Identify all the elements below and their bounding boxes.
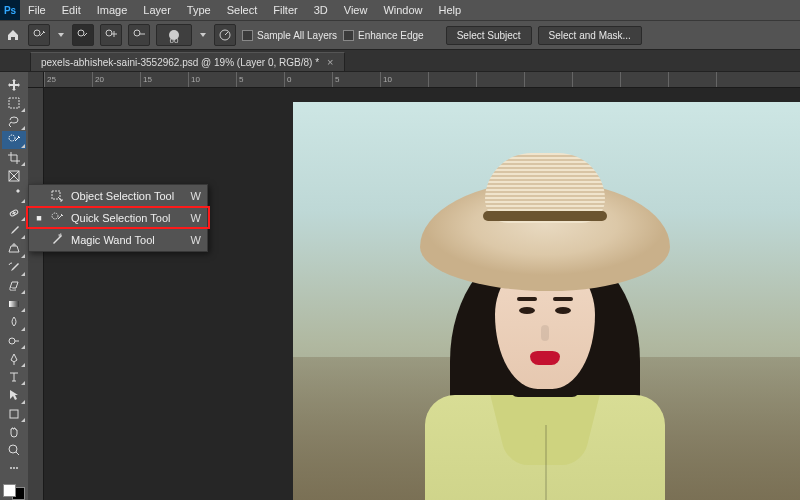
- new-selection-button[interactable]: [72, 24, 94, 46]
- document-tabs: pexels-abhishek-saini-3552962.psd @ 19% …: [0, 50, 800, 72]
- svg-point-17: [52, 213, 58, 219]
- svg-point-3: [134, 30, 140, 36]
- svg-rect-9: [9, 301, 19, 307]
- select-and-mask-button[interactable]: Select and Mask...: [538, 26, 642, 45]
- menu-filter[interactable]: Filter: [265, 0, 305, 20]
- svg-rect-5: [9, 98, 19, 108]
- svg-point-1: [78, 30, 84, 36]
- flyout-item-object-selection[interactable]: Object Selection Tool W: [29, 185, 207, 207]
- tool-clone-stamp[interactable]: [2, 240, 26, 258]
- svg-point-2: [106, 30, 112, 36]
- canvas[interactable]: [293, 102, 800, 500]
- menu-type[interactable]: Type: [179, 0, 219, 20]
- toolbar: [0, 72, 28, 500]
- tool-lasso[interactable]: [2, 113, 26, 131]
- brush-picker[interactable]: 60: [156, 24, 192, 46]
- app-logo[interactable]: Ps: [0, 0, 20, 20]
- tool-flyout: Object Selection Tool W ■ Quick Selectio…: [28, 184, 208, 252]
- canvas-area: 2520151050510: [28, 72, 800, 500]
- tab-title: pexels-abhishek-saini-3552962.psd @ 19% …: [41, 57, 319, 68]
- tool-pen[interactable]: [2, 350, 26, 368]
- flyout-shortcut: W: [191, 212, 201, 224]
- flyout-shortcut: W: [191, 234, 201, 246]
- ruler-origin[interactable]: [28, 72, 44, 88]
- document-tab[interactable]: pexels-abhishek-saini-3552962.psd @ 19% …: [30, 52, 345, 71]
- enhance-edge-checkbox[interactable]: Enhance Edge: [343, 30, 424, 41]
- svg-point-12: [9, 445, 17, 453]
- tool-history-brush[interactable]: [2, 259, 26, 277]
- tool-gradient[interactable]: [2, 295, 26, 313]
- tool-marquee[interactable]: [2, 94, 26, 112]
- menubar: Ps File Edit Image Layer Type Select Fil…: [0, 0, 800, 20]
- flyout-item-magic-wand[interactable]: Magic Wand Tool W: [29, 229, 207, 251]
- quick-selection-icon: [49, 211, 65, 225]
- tool-healing[interactable]: [2, 204, 26, 222]
- active-marker: ■: [35, 213, 43, 223]
- tool-eyedropper[interactable]: [2, 186, 26, 204]
- magic-wand-icon: [49, 233, 65, 247]
- menu-window[interactable]: Window: [375, 0, 430, 20]
- menu-view[interactable]: View: [336, 0, 376, 20]
- close-icon[interactable]: ×: [327, 56, 333, 68]
- select-subject-button[interactable]: Select Subject: [446, 26, 532, 45]
- svg-point-14: [13, 467, 15, 469]
- brush-size-value: 60: [170, 36, 179, 45]
- tool-eraser[interactable]: [2, 277, 26, 295]
- flyout-shortcut: W: [191, 190, 201, 202]
- menu-image[interactable]: Image: [89, 0, 136, 20]
- chevron-down-icon[interactable]: [198, 31, 208, 39]
- tool-blur[interactable]: [2, 313, 26, 331]
- svg-rect-11: [10, 410, 18, 418]
- svg-point-15: [16, 467, 18, 469]
- object-selection-icon: [49, 189, 65, 203]
- tool-shape[interactable]: [2, 405, 26, 423]
- add-selection-button[interactable]: [100, 24, 122, 46]
- flyout-item-quick-selection[interactable]: ■ Quick Selection Tool W: [29, 207, 207, 229]
- tool-crop[interactable]: [2, 149, 26, 167]
- chevron-down-icon[interactable]: [56, 31, 66, 39]
- menu-select[interactable]: Select: [219, 0, 266, 20]
- menu-layer[interactable]: Layer: [135, 0, 179, 20]
- svg-point-10: [9, 338, 15, 344]
- menu-file[interactable]: File: [20, 0, 54, 20]
- tool-hand[interactable]: [2, 423, 26, 441]
- svg-point-0: [34, 30, 40, 36]
- tool-zoom[interactable]: [2, 441, 26, 459]
- flyout-label: Quick Selection Tool: [71, 212, 185, 224]
- brush-angle-button[interactable]: [214, 24, 236, 46]
- svg-point-6: [9, 135, 15, 141]
- flyout-label: Magic Wand Tool: [71, 234, 185, 246]
- tool-quick-selection[interactable]: [2, 131, 26, 149]
- subtract-selection-button[interactable]: [128, 24, 150, 46]
- ruler-vertical[interactable]: [28, 88, 44, 500]
- options-bar: 60 Sample All Layers Enhance Edge Select…: [0, 20, 800, 50]
- canvas-image: [293, 102, 800, 500]
- tool-move[interactable]: [2, 76, 26, 94]
- tool-path-selection[interactable]: [2, 386, 26, 404]
- sample-all-layers-checkbox[interactable]: Sample All Layers: [242, 30, 337, 41]
- tool-frame[interactable]: [2, 167, 26, 185]
- flyout-label: Object Selection Tool: [71, 190, 185, 202]
- tool-preset-button[interactable]: [28, 24, 50, 46]
- tool-more[interactable]: [2, 459, 26, 477]
- tool-brush[interactable]: [2, 222, 26, 240]
- tool-dodge[interactable]: [2, 332, 26, 350]
- svg-point-13: [10, 467, 12, 469]
- menu-3d[interactable]: 3D: [306, 0, 336, 20]
- ruler-horizontal[interactable]: 2520151050510: [44, 72, 800, 88]
- menu-edit[interactable]: Edit: [54, 0, 89, 20]
- tool-type[interactable]: [2, 368, 26, 386]
- home-icon[interactable]: [4, 26, 22, 44]
- color-swatch[interactable]: [3, 484, 25, 500]
- menu-help[interactable]: Help: [431, 0, 470, 20]
